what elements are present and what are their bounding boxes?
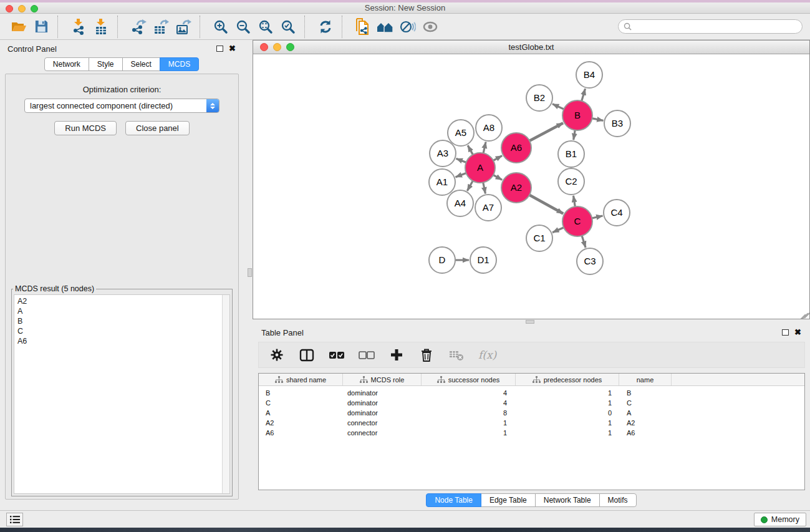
node-C1[interactable]: C1 (526, 225, 552, 251)
import-network-button[interactable] (67, 16, 90, 37)
float-table-panel-icon[interactable] (782, 329, 789, 336)
tab-motifs[interactable]: Motifs (599, 493, 637, 507)
node-A5[interactable]: A5 (448, 120, 474, 146)
tab-edge-table[interactable]: Edge Table (481, 493, 536, 507)
unselect-all-columns-button[interactable] (359, 347, 375, 363)
run-mcds-button[interactable]: Run MCDS (54, 121, 117, 135)
table-cell[interactable]: A6 (619, 429, 672, 437)
hide-graphics-details-button[interactable] (397, 16, 419, 37)
node-B1[interactable]: B1 (558, 141, 584, 167)
network-document-button[interactable] (352, 16, 374, 37)
table-cell[interactable]: 1 (516, 399, 619, 407)
table-row[interactable]: Bdominator41B (259, 388, 804, 398)
task-history-button[interactable] (6, 513, 23, 526)
table-cell[interactable]: C (259, 399, 343, 407)
table-cell[interactable]: 4 (422, 389, 516, 397)
table-cell[interactable]: A6 (259, 429, 343, 437)
export-image-button[interactable] (172, 16, 195, 37)
zoom-out-button[interactable] (232, 16, 254, 37)
select-all-columns-button[interactable] (329, 347, 345, 363)
tab-node-table[interactable]: Node Table (426, 493, 481, 507)
table-cell[interactable]: A (259, 409, 343, 417)
table-cell[interactable]: connector (343, 419, 422, 427)
table-cell[interactable]: dominator (343, 399, 422, 407)
node-A6[interactable]: A6 (501, 133, 531, 163)
node-B[interactable]: B (562, 100, 592, 130)
table-cell[interactable]: C (619, 399, 672, 407)
table-row[interactable]: Adominator80A (259, 408, 804, 418)
tab-network[interactable]: Network (44, 57, 89, 71)
node-A4[interactable]: A4 (447, 190, 473, 216)
open-session-button[interactable] (7, 16, 30, 37)
node-B2[interactable]: B2 (526, 85, 552, 111)
node-C4[interactable]: C4 (604, 200, 630, 226)
node-C2[interactable]: C2 (558, 168, 584, 195)
close-panel-button[interactable]: Close panel (125, 121, 190, 135)
table-settings-button[interactable] (269, 347, 285, 363)
table-cell[interactable]: 1 (516, 419, 619, 427)
node-A2[interactable]: A2 (501, 173, 531, 203)
table-row[interactable]: Cdominator41C (259, 398, 804, 408)
refresh-layout-button[interactable] (314, 16, 337, 37)
home-button[interactable] (374, 16, 397, 37)
table-row[interactable]: A6connector11A6 (259, 428, 804, 438)
tab-select[interactable]: Select (122, 57, 160, 71)
node-C[interactable]: C (562, 206, 592, 236)
table-cell[interactable]: B (619, 389, 672, 397)
column-header-predecessor-nodes[interactable]: predecessor nodes (516, 374, 619, 385)
save-session-button[interactable] (30, 16, 52, 37)
table-cell[interactable]: 1 (422, 429, 516, 437)
column-header-name[interactable]: name (619, 374, 672, 385)
table-row[interactable]: A2connector11A2 (259, 418, 804, 428)
export-table-button[interactable] (150, 16, 172, 37)
node-A3[interactable]: A3 (430, 140, 456, 167)
zoom-fit-button[interactable] (254, 16, 277, 37)
network-window-titlebar[interactable]: testGlobe.txt (253, 41, 809, 54)
resize-grip-icon[interactable] (801, 310, 809, 318)
tab-network-table[interactable]: Network Table (535, 493, 600, 507)
column-header-successor-nodes[interactable]: successor nodes (422, 374, 516, 385)
memory-button[interactable]: Memory (754, 513, 806, 526)
table-cell[interactable]: 1 (516, 389, 619, 397)
column-header-MCDS-role[interactable]: MCDS role (343, 374, 422, 385)
result-scrollbar[interactable] (222, 295, 229, 493)
node-A1[interactable]: A1 (429, 169, 455, 195)
export-network-button[interactable] (127, 16, 150, 37)
table-cell[interactable]: 8 (422, 409, 516, 417)
column-header-shared-name[interactable]: shared name (259, 374, 343, 385)
close-panel-icon[interactable]: ✖ (229, 46, 236, 52)
float-panel-icon[interactable] (216, 46, 223, 52)
search-box[interactable] (618, 19, 803, 34)
node-B3[interactable]: B3 (604, 110, 630, 137)
table-cell[interactable]: A2 (259, 419, 343, 427)
node-A8[interactable]: A8 (476, 115, 502, 141)
horizontal-splitter-handle[interactable] (526, 320, 534, 324)
table-cell[interactable]: 1 (516, 429, 619, 437)
tab-mcds[interactable]: MCDS (160, 57, 199, 71)
table-cell[interactable]: 4 (422, 399, 516, 407)
table-cell[interactable]: dominator (343, 409, 422, 417)
create-column-button[interactable] (388, 347, 405, 363)
node-B4[interactable]: B4 (576, 62, 602, 88)
table-cell[interactable]: B (259, 389, 343, 397)
node-A[interactable]: A (465, 153, 495, 183)
search-input[interactable] (635, 22, 797, 31)
import-table-button[interactable] (90, 16, 112, 37)
table-cell[interactable]: connector (343, 429, 422, 437)
table-cell[interactable]: dominator (343, 389, 422, 397)
close-table-panel-icon[interactable]: ✖ (794, 329, 801, 336)
network-canvas[interactable]: B4B2BB3A8A5A6A3B1AC2A1A2A4A7C4CC1DD1C3 (253, 54, 809, 319)
show-column-panel-button[interactable] (299, 347, 315, 363)
tab-style[interactable]: Style (89, 57, 123, 71)
table-cell[interactable]: A (619, 409, 672, 417)
table-cell[interactable]: 1 (422, 419, 516, 427)
table-cell[interactable]: 0 (516, 409, 619, 417)
node-A7[interactable]: A7 (475, 195, 501, 221)
node-D1[interactable]: D1 (470, 247, 496, 273)
table-cell[interactable]: A2 (619, 419, 672, 427)
criterion-select[interactable]: largest connected component (directed) (24, 99, 219, 113)
vertical-splitter-handle[interactable] (248, 268, 252, 277)
node-D[interactable]: D (429, 247, 455, 273)
zoom-in-button[interactable] (210, 16, 232, 37)
delete-column-button[interactable] (418, 347, 435, 363)
